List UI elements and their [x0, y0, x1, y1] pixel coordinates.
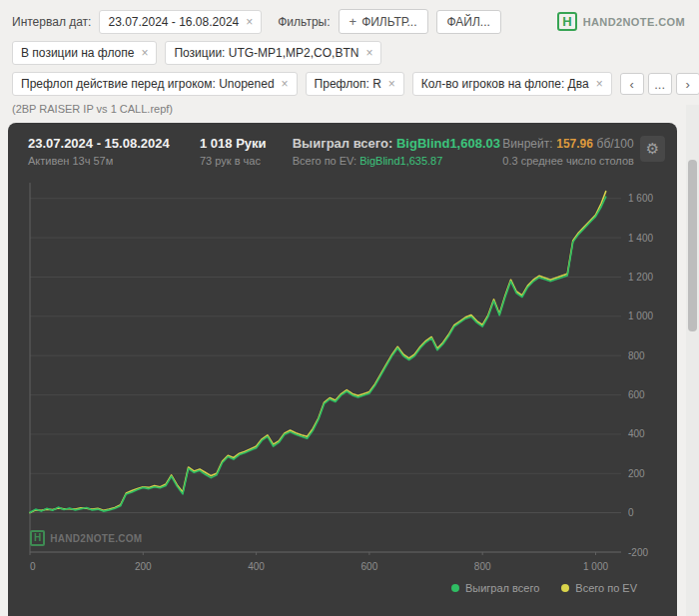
legend-dot-green	[451, 584, 459, 592]
winrate-label: Винрейт:	[502, 137, 552, 151]
svg-text:1 600: 1 600	[628, 193, 653, 204]
stat-date-range: 23.07.2024 - 15.08.2024 Активен 13ч 57м	[28, 136, 200, 167]
stats-header: 23.07.2024 - 15.08.2024 Активен 13ч 57м …	[8, 123, 677, 171]
svg-text:0: 0	[30, 561, 36, 572]
legend-item-ev[interactable]: Всего по EV	[561, 582, 637, 594]
svg-text:600: 600	[361, 561, 378, 572]
close-icon[interactable]: ×	[388, 78, 395, 90]
ev-total-value: BigBlind1,635.87	[359, 155, 442, 167]
svg-text:-200: -200	[628, 547, 648, 558]
svg-text:1 000: 1 000	[628, 310, 653, 321]
won-total-label: Выиграл всего:	[293, 136, 393, 151]
winrate-value: 157.96	[556, 137, 593, 151]
svg-text:400: 400	[248, 561, 265, 572]
filters-label: Фильтры:	[278, 15, 330, 29]
hand2note-logo-icon: H	[30, 530, 45, 546]
legend-dot-yellow	[561, 584, 569, 592]
stat-winrate: Винрейт: 157.96 бб/100 0.3 среднее число…	[502, 136, 634, 167]
svg-text:200: 200	[628, 468, 645, 479]
stats-panel: 23.07.2024 - 15.08.2024 Активен 13ч 57м …	[8, 123, 677, 616]
svg-text:400: 400	[628, 428, 645, 439]
top-toolbar: Интервал дат: 23.07.2024 - 16.08.2024 × …	[0, 0, 699, 41]
chevron-right-icon[interactable]: ›	[676, 73, 699, 95]
chart-area: -20002004006008001 0001 2001 4001 600020…	[20, 173, 669, 576]
winnings-chart: -20002004006008001 0001 2001 4001 600020…	[20, 173, 669, 576]
app-window: Интервал дат: 23.07.2024 - 16.08.2024 × …	[0, 0, 699, 616]
close-icon[interactable]: ×	[596, 78, 603, 90]
close-icon[interactable]: ×	[365, 47, 372, 59]
filter-chip-label: Позиции: UTG-MP1,MP2,CO,BTN	[174, 46, 358, 60]
date-interval-value: 23.07.2024 - 16.08.2024	[108, 15, 239, 29]
stat-winnings: Выиграл всего: BigBlind1,608.03 Всего по…	[293, 136, 503, 167]
svg-text:200: 200	[135, 561, 152, 572]
filter-chip-preflop-r[interactable]: Префлоп: R ×	[306, 72, 404, 96]
date-interval-label: Интервал дат:	[12, 15, 91, 29]
filter-chips-row-1: В позиции на флопе × Позиции: UTG-MP1,MP…	[0, 41, 699, 65]
close-icon[interactable]: ×	[141, 47, 148, 59]
filter-chip-label: В позиции на флопе	[21, 46, 134, 60]
svg-text:800: 800	[628, 350, 645, 361]
stat-hands-per-hour: 73 рук в час	[200, 155, 293, 167]
filter-chip-preflop-action[interactable]: Префлоп действие перед игроком: Unopened…	[12, 72, 298, 96]
hand2note-logo-icon: H	[557, 12, 576, 31]
scrollbar-thumb[interactable]	[688, 160, 697, 331]
legend-label: Выиграл всего	[465, 582, 539, 594]
stat-active-time: Активен 13ч 57м	[28, 155, 200, 167]
date-interval-chip[interactable]: 23.07.2024 - 16.08.2024 ×	[99, 10, 262, 34]
chart-watermark: H HAND2NOTE.COM	[30, 530, 142, 546]
filter-chip-label: Кол-во игроков на флопе: Два	[421, 77, 589, 91]
filter-chip-label: Префлоп действие перед игроком: Unopened	[21, 77, 275, 91]
more-icon[interactable]: ...	[648, 73, 672, 95]
stat-date-range-value: 23.07.2024 - 15.08.2024	[28, 136, 200, 151]
filter-chip-players-on-flop[interactable]: Кол-во игроков на флопе: Два ×	[412, 72, 612, 96]
filter-chip-positions[interactable]: Позиции: UTG-MP1,MP2,CO,BTN ×	[165, 41, 381, 65]
gear-icon[interactable]: ⚙	[640, 136, 665, 162]
plus-icon: +	[350, 14, 357, 29]
add-filter-button[interactable]: + ФИЛЬТР...	[339, 9, 428, 34]
svg-text:800: 800	[474, 561, 491, 572]
winrate-units: бб/100	[597, 137, 634, 151]
brand-text: HAND2NOTE.COM	[583, 16, 685, 28]
chart-legend: Выиграл всего Всего по EV	[8, 576, 677, 594]
close-icon[interactable]: ×	[246, 16, 253, 28]
close-icon[interactable]: ×	[282, 78, 289, 90]
avg-tables: 0.3 среднее число столов	[502, 155, 634, 167]
file-button[interactable]: ФАЙЛ...	[436, 10, 501, 34]
filter-chip-in-position[interactable]: В позиции на флопе ×	[12, 41, 157, 65]
ev-total-label: Всего по EV:	[293, 155, 356, 167]
brand: H HAND2NOTE.COM	[557, 12, 685, 31]
vertical-scrollbar[interactable]	[686, 105, 699, 616]
filter-chip-label: Префлоп: R	[315, 77, 381, 91]
svg-text:1 200: 1 200	[628, 272, 653, 283]
report-name: (2BP RAISER IP vs 1 CALL.repf)	[0, 103, 699, 123]
svg-text:1 000: 1 000	[583, 561, 608, 572]
file-button-label: ФАЙЛ...	[447, 15, 490, 29]
pager: ‹ ... ›	[620, 73, 699, 95]
filter-chips-row-2: Префлоп действие перед игроком: Unopened…	[0, 72, 699, 96]
svg-text:1 400: 1 400	[628, 233, 653, 244]
svg-text:0: 0	[628, 507, 634, 518]
legend-item-won[interactable]: Выиграл всего	[451, 582, 539, 594]
stat-hands: 1 018 Руки 73 рук в час	[200, 136, 293, 167]
stat-hands-value: 1 018 Руки	[200, 136, 293, 151]
legend-label: Всего по EV	[575, 582, 637, 594]
svg-text:600: 600	[628, 389, 645, 400]
chevron-left-icon[interactable]: ‹	[620, 73, 644, 95]
won-total-value: BigBlind1,608.03	[396, 136, 500, 151]
add-filter-label: ФИЛЬТР...	[361, 15, 416, 29]
watermark-text: HAND2NOTE.COM	[50, 533, 142, 544]
